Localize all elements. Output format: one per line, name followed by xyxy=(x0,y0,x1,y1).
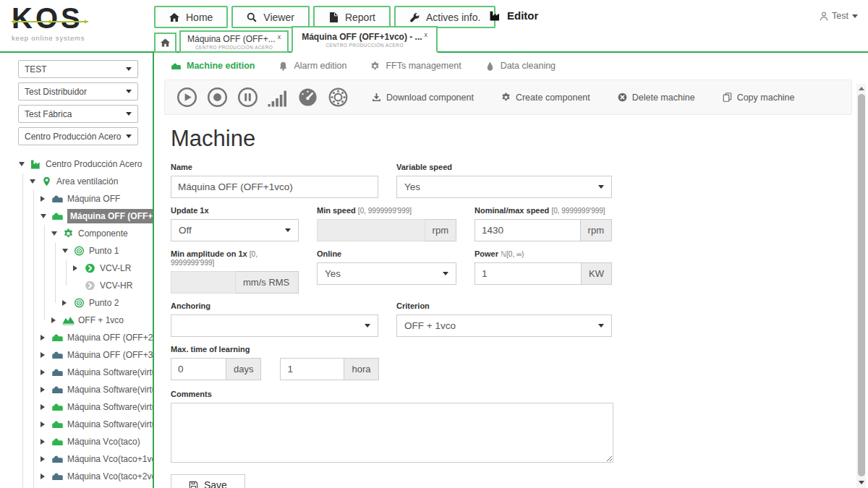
tab-maquina-off[interactable]: Máquina OFF (OFF+... x CENTRO PRODUCCIÓN… xyxy=(179,30,289,53)
tree-expander[interactable] xyxy=(41,214,50,218)
tree-item[interactable]: Máquina Vco(taco+1vco) xyxy=(0,450,153,468)
toolbar-button-icon xyxy=(372,93,381,102)
name-field[interactable] xyxy=(171,176,378,198)
signal-bars-button[interactable] xyxy=(268,87,288,107)
save-button[interactable]: Save xyxy=(171,474,245,488)
nominal-speed-field[interactable] xyxy=(475,219,581,241)
tab-machine-edition[interactable]: Machine edition xyxy=(171,61,255,71)
tree-expander[interactable] xyxy=(41,196,50,202)
select-test[interactable]: TEST xyxy=(18,60,138,78)
tree-item[interactable]: VCV-HR xyxy=(0,277,153,294)
tree-expander[interactable] xyxy=(41,352,50,358)
user-menu[interactable]: Test xyxy=(820,11,858,21)
tree-expander[interactable] xyxy=(41,456,50,462)
main-panel: Machine edition Alarm edition FFTs manag… xyxy=(156,53,868,488)
scroll-down-arrow[interactable] xyxy=(856,478,866,487)
vertical-scrollbar[interactable] xyxy=(856,84,866,488)
delete-machine-button[interactable]: Delete machine xyxy=(618,93,695,103)
top-navigation: Home Viewer Report Actives info. xyxy=(154,6,495,28)
tab-alarm-edition[interactable]: Alarm edition xyxy=(278,61,346,71)
comments-textarea[interactable] xyxy=(171,403,613,463)
tree-item[interactable]: Máquina OFF (OFF+1vco) xyxy=(0,207,153,225)
tree-item[interactable]: Punto 1 xyxy=(0,242,153,260)
sidebar: TEST Test Distribuidor Test Fábrica Cent… xyxy=(0,53,154,488)
tab-data-cleaning[interactable]: Data cleaning xyxy=(485,61,556,71)
tree-item-icon xyxy=(51,419,64,429)
copy-machine-button[interactable]: Copy machine xyxy=(723,93,795,103)
tree-item[interactable]: Máquina OFF (OFF+3vco xyxy=(0,346,153,364)
tab-ffts-management[interactable]: FFTs management xyxy=(370,61,461,71)
tree-item[interactable]: Componente xyxy=(0,225,153,242)
select-centro-produccion-acero[interactable]: Centro Producción Acero xyxy=(18,127,138,145)
tree-item[interactable]: VCV-LR xyxy=(0,260,153,277)
tree-item[interactable]: Area ventilación xyxy=(0,173,153,190)
tree-expander[interactable] xyxy=(73,265,82,271)
tree-expander[interactable] xyxy=(41,474,50,479)
factory-icon xyxy=(489,10,501,21)
gauge-button[interactable] xyxy=(297,87,318,108)
tree-expander[interactable] xyxy=(41,369,50,375)
actives-info-button[interactable]: Actives info. xyxy=(394,6,495,28)
create-component-button[interactable]: Create component xyxy=(501,93,590,103)
close-icon[interactable]: x xyxy=(278,34,281,40)
tab-subtitle: CENTRO PRODUCCIÓN ACERO xyxy=(187,45,281,50)
tree-expander[interactable] xyxy=(41,335,50,341)
power-field[interactable] xyxy=(475,262,582,285)
tree-item[interactable]: Máquina Software(virtual xyxy=(0,381,153,398)
learning-hours-field[interactable] xyxy=(280,358,344,380)
tree-item[interactable]: Máquina Software(virtual xyxy=(0,398,153,416)
bearing-button[interactable] xyxy=(328,87,349,108)
tree-expander[interactable] xyxy=(62,249,72,253)
anchoring-select[interactable] xyxy=(171,314,378,337)
machine-form-section: Machine Name Variable speed Yes xyxy=(156,126,868,488)
download-component-button[interactable]: Download component xyxy=(372,93,474,103)
online-label: Online xyxy=(317,249,456,258)
tree-expander[interactable] xyxy=(62,300,72,306)
tree-expander[interactable] xyxy=(51,231,61,236)
min-speed-field[interactable] xyxy=(317,219,425,241)
home-tab[interactable] xyxy=(154,33,176,53)
tree-item[interactable]: Máquina Vco(taco) xyxy=(0,433,153,450)
tree-expander[interactable] xyxy=(41,421,50,427)
tree-item[interactable]: Punto 2 xyxy=(0,294,153,312)
editor-link[interactable]: Editor xyxy=(489,9,538,22)
subtab-icon xyxy=(485,61,495,71)
tree-expander[interactable] xyxy=(51,317,61,323)
scroll-up-arrow[interactable] xyxy=(856,84,866,93)
tree-expander[interactable] xyxy=(41,439,50,445)
tree-item[interactable]: OFF + 1vco xyxy=(0,312,153,329)
scrollbar-thumb[interactable] xyxy=(858,94,865,476)
tree-item[interactable]: Máquina Software(virtual xyxy=(0,416,153,433)
tree-expander[interactable] xyxy=(41,404,50,410)
tree-item[interactable]: Máquina OFF (OFF+2vco xyxy=(0,329,153,346)
select-test-distribuidor[interactable]: Test Distribuidor xyxy=(18,82,138,100)
home-button[interactable]: Home xyxy=(154,6,228,28)
subtab-icon xyxy=(278,61,289,71)
report-button[interactable]: Report xyxy=(313,6,391,28)
variable-speed-select[interactable]: Yes xyxy=(396,176,612,198)
tree-item[interactable]: Centro Producción Acero xyxy=(0,155,153,173)
online-select[interactable]: Yes xyxy=(317,262,456,285)
tree-item-icon xyxy=(73,298,85,308)
tree-expander[interactable] xyxy=(19,162,28,166)
min-speed-unit: rpm xyxy=(425,219,456,241)
kos-logo: KOS keep online systems xyxy=(12,2,93,42)
tree-item[interactable]: Máquina Software(virtual xyxy=(0,364,153,381)
min-amplitude-field[interactable] xyxy=(171,271,236,294)
update-1x-select[interactable]: Off xyxy=(171,219,299,241)
play-icon xyxy=(176,87,197,108)
criterion-select[interactable]: OFF + 1vco xyxy=(396,314,612,337)
tree-expander[interactable] xyxy=(30,179,39,184)
tab-maquina-off-1vco[interactable]: Máquina OFF (OFF+1vco) - ... x CENTRO PR… xyxy=(292,26,438,53)
select-test-fabrica[interactable]: Test Fábrica xyxy=(18,105,138,123)
learning-days-field[interactable] xyxy=(171,358,226,380)
pause-button[interactable] xyxy=(237,87,258,108)
close-icon[interactable]: x xyxy=(425,32,428,38)
record-button[interactable] xyxy=(207,87,228,108)
tree-expander[interactable] xyxy=(41,387,50,393)
viewer-button[interactable]: Viewer xyxy=(231,6,310,28)
tree-item[interactable]: Máquina Vco(taco+2vcos xyxy=(0,468,153,485)
play-button[interactable] xyxy=(176,87,197,108)
tree-item[interactable]: Máquina OFF xyxy=(0,190,153,207)
tree-item-icon xyxy=(51,402,64,412)
